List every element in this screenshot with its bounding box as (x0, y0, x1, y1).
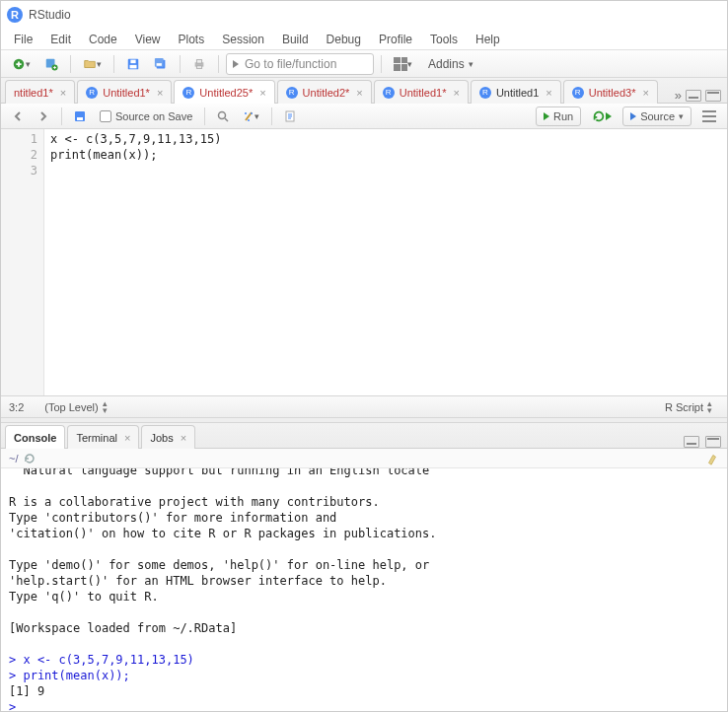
addins-label: Addins (428, 57, 465, 71)
editor-tab[interactable]: RUntitled3*× (563, 80, 658, 104)
save-file-button[interactable] (69, 106, 91, 127)
find-button[interactable] (212, 106, 234, 127)
cursor-position: 3:2 (9, 401, 24, 413)
editor-tab-bar: ntitled1*×RUntitled1*×RUntitled25*×RUnti… (1, 78, 727, 104)
source-arrow-icon (630, 112, 636, 120)
editor-tab[interactable]: RUntitled1× (471, 80, 561, 104)
menu-code[interactable]: Code (80, 31, 126, 48)
rscript-file-icon: R (383, 87, 395, 99)
menu-file[interactable]: File (5, 31, 41, 48)
tab-label: Untitled2* (303, 87, 350, 99)
close-tab-icon[interactable]: × (124, 432, 130, 444)
code-editor[interactable]: 123 x <- c(3,5,7,9,11,13,15)print(mean(x… (1, 129, 727, 395)
workspace-panes-button[interactable]: ▾ (389, 53, 417, 75)
new-project-button[interactable] (39, 53, 63, 75)
run-button[interactable]: Run (536, 107, 581, 126)
reload-icon[interactable] (24, 453, 36, 464)
console-working-dir: ~/ (9, 453, 18, 464)
separator (271, 107, 272, 125)
menu-edit[interactable]: Edit (41, 31, 80, 48)
print-button[interactable] (187, 53, 211, 75)
code-area[interactable]: x <- c(3,5,7,9,11,13,15)print(mean(x));​ (44, 129, 727, 395)
open-file-button[interactable]: ▾ (78, 53, 107, 75)
menu-view[interactable]: View (126, 31, 170, 48)
menu-build[interactable]: Build (273, 31, 318, 48)
svg-rect-11 (196, 65, 201, 68)
bottom-tab-console[interactable]: Console (5, 425, 65, 449)
rerun-button[interactable] (587, 106, 617, 127)
run-arrow-icon (544, 112, 549, 120)
rscript-file-icon: R (286, 87, 298, 99)
console-output[interactable]: Natural language support but running in … (1, 468, 727, 712)
svg-rect-13 (77, 117, 83, 120)
forward-button[interactable] (33, 106, 54, 127)
scope-label: (Top Level) (44, 401, 98, 413)
goto-file-function-input[interactable]: Go to file/function (226, 53, 374, 75)
close-tab-icon[interactable]: × (546, 87, 551, 99)
editor-tab[interactable]: RUntitled2*× (277, 80, 372, 104)
tab-overflow-controls: » (669, 88, 727, 103)
scope-selector[interactable]: (Top Level) ▴▾ (37, 396, 113, 418)
pane-maximize-button[interactable] (705, 90, 721, 102)
bottom-tab-terminal[interactable]: Terminal× (67, 425, 139, 449)
addins-dropdown[interactable]: Addins ▾ (421, 53, 480, 75)
checkbox-icon (100, 110, 111, 122)
back-button[interactable] (7, 106, 29, 127)
close-tab-icon[interactable]: × (60, 87, 66, 99)
document-outline-button[interactable] (697, 106, 721, 127)
editor-tab[interactable]: ntitled1*× (5, 80, 75, 104)
save-all-button[interactable] (149, 53, 173, 75)
source-on-save-checkbox[interactable]: Source on Save (95, 106, 197, 127)
editor-tab[interactable]: RUntitled1*× (374, 80, 469, 104)
clear-console-icon[interactable] (705, 452, 719, 465)
menu-plots[interactable]: Plots (170, 31, 214, 48)
tab-overflow-icon[interactable]: » (675, 88, 682, 103)
svg-rect-8 (157, 63, 162, 66)
save-button[interactable] (121, 53, 145, 75)
rscript-file-icon: R (572, 87, 584, 99)
close-tab-icon[interactable]: × (453, 87, 459, 99)
bottom-tab-jobs[interactable]: Jobs× (141, 425, 195, 449)
close-tab-icon[interactable]: × (356, 87, 362, 99)
svg-point-17 (248, 119, 250, 121)
menu-tools[interactable]: Tools (421, 31, 467, 48)
close-tab-icon[interactable]: × (259, 87, 265, 99)
source-button[interactable]: Source ▾ (622, 107, 692, 126)
compile-report-button[interactable] (279, 106, 301, 127)
menu-profile[interactable]: Profile (370, 31, 421, 48)
run-label: Run (553, 110, 573, 122)
goto-placeholder: Go to file/function (245, 57, 336, 71)
goto-arrow-icon (233, 60, 239, 68)
svg-point-14 (219, 111, 226, 118)
svg-point-15 (245, 112, 247, 114)
menu-help[interactable]: Help (467, 31, 509, 48)
bottom-tab-bar: ConsoleTerminal×Jobs× (1, 423, 727, 449)
rscript-file-icon: R (479, 87, 491, 99)
tab-label: Terminal (76, 432, 117, 444)
code-tools-button[interactable]: ▾ (238, 106, 264, 127)
tab-label: ntitled1* (14, 87, 53, 99)
close-tab-icon[interactable]: × (642, 87, 648, 99)
close-tab-icon[interactable]: × (157, 87, 163, 99)
editor-tab[interactable]: RUntitled25*× (174, 80, 274, 104)
separator (61, 107, 62, 125)
pane-maximize-button[interactable] (705, 436, 721, 448)
language-selector[interactable]: R Script ▴▾ (658, 396, 719, 418)
tab-label: Console (14, 432, 56, 444)
menu-session[interactable]: Session (213, 31, 273, 48)
editor-tab[interactable]: RUntitled1*× (77, 80, 172, 104)
editor-toolbar: Source on Save ▾ Run Source ▾ (1, 104, 727, 129)
new-file-button[interactable]: ▾ (7, 53, 36, 75)
rscript-file-icon: R (86, 87, 98, 99)
pane-minimize-button[interactable] (686, 90, 701, 102)
pane-minimize-button[interactable] (684, 436, 699, 448)
close-tab-icon[interactable]: × (181, 432, 186, 444)
grid-icon (394, 57, 407, 71)
window-titlebar: R RStudio (1, 1, 727, 29)
separator (113, 55, 114, 73)
line-number-gutter: 123 (1, 129, 44, 395)
menu-bar: FileEditCodeViewPlotsSessionBuildDebugPr… (1, 29, 727, 50)
tab-label: Untitled1* (103, 87, 150, 99)
menu-debug[interactable]: Debug (318, 31, 370, 48)
svg-rect-4 (130, 64, 137, 68)
